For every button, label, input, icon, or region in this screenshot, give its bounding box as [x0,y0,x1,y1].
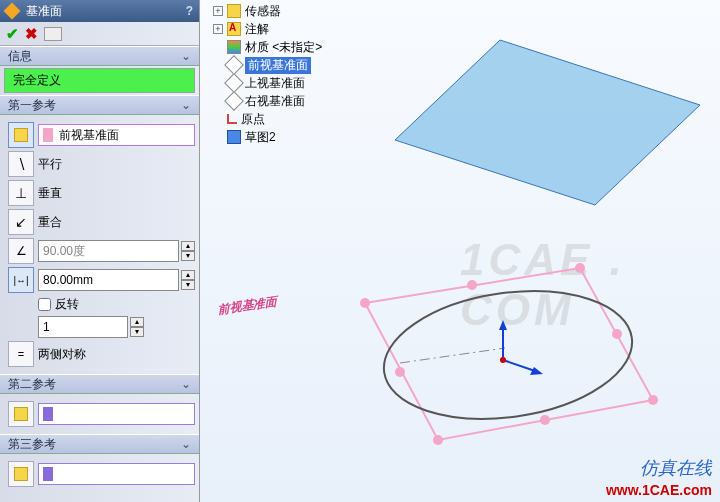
tree-item-sensors[interactable]: +传感器 [205,2,385,20]
ref3-selection-icon[interactable] [8,461,34,487]
parallel-button[interactable]: ∖ [8,151,34,177]
midplane-button[interactable]: = [8,341,34,367]
count-spinner[interactable]: ▴▾ [130,317,144,337]
ref2-selection-field[interactable] [38,403,195,425]
both-sides-label: 两侧对称 [38,346,86,363]
angle-button[interactable]: ∠ [8,238,34,264]
plane-label-text: 前视基准面 [217,294,278,316]
svg-point-3 [612,329,622,339]
plane-icon [224,55,244,75]
selection-icon[interactable] [8,122,34,148]
ref1-selection-field[interactable]: 前视基准面 [38,124,195,146]
ref2-selection-icon[interactable] [8,401,34,427]
sketch-icon [227,130,241,144]
site-url: www.1CAE.com [606,482,712,498]
status-text: 完全定义 [4,68,195,93]
branding-text: 仿真在线 [640,456,712,480]
tree-item-sketch2[interactable]: 草图2 [205,128,385,146]
property-panel: 基准面 ? ✔ ✖ 信息⌄ 完全定义 第一参考⌄ 前视基准面 ∖平行 ⊥垂直 ↙… [0,0,200,502]
ref3-selection-field[interactable] [38,463,195,485]
angle-input: 90.00度 [38,240,179,262]
reverse-checkbox[interactable] [38,298,51,311]
reverse-label: 反转 [55,296,79,313]
svg-point-5 [540,415,550,425]
section-ref3-header[interactable]: 第三参考⌄ [0,434,199,454]
svg-marker-11 [530,367,543,375]
distance-button[interactable]: |↔| [8,267,34,293]
feature-icon [4,3,21,20]
section-info-header[interactable]: 信息⌄ [0,46,199,66]
plane-icon [224,73,244,93]
svg-point-6 [433,435,443,445]
chevron-icon: ⌄ [181,49,191,63]
svg-point-1 [467,280,477,290]
cancel-button[interactable]: ✖ [25,25,38,43]
help-button[interactable]: ? [186,4,193,18]
svg-point-0 [360,298,370,308]
chevron-icon: ⌄ [181,437,191,451]
svg-point-2 [575,263,585,273]
tree-item-front-plane[interactable]: 前视基准面 [205,56,385,74]
feature-tree[interactable]: +传感器 +A注解 材质 <未指定> 前视基准面 上视基准面 右视基准面 原点 … [205,0,385,148]
tree-item-top-plane[interactable]: 上视基准面 [205,74,385,92]
origin-icon [227,114,237,124]
tree-item-material[interactable]: 材质 <未指定> [205,38,385,56]
distance-input[interactable]: 80.00mm [38,269,179,291]
perpendicular-button[interactable]: ⊥ [8,180,34,206]
tree-item-annotations[interactable]: +A注解 [205,20,385,38]
perpendicular-label: 垂直 [38,185,62,202]
svg-point-12 [500,357,506,363]
chevron-icon: ⌄ [181,377,191,391]
plane-icon [224,91,244,111]
chevron-icon: ⌄ [181,98,191,112]
upper-plane [395,40,700,205]
coincident-button[interactable]: ↙ [8,209,34,235]
ok-button[interactable]: ✔ [6,25,19,43]
panel-title-bar: 基准面 ? [0,0,199,22]
selected-plane-outline[interactable] [365,268,653,440]
distance-spinner[interactable]: ▴▾ [181,270,195,290]
parallel-label: 平行 [38,156,62,173]
tree-item-origin[interactable]: 原点 [205,110,385,128]
svg-point-7 [395,367,405,377]
svg-point-4 [648,395,658,405]
section-ref1-header[interactable]: 第一参考⌄ [0,95,199,115]
pushpin-button[interactable] [44,27,62,41]
tree-item-right-plane[interactable]: 右视基准面 [205,92,385,110]
confirm-bar: ✔ ✖ [0,22,199,46]
count-input[interactable]: 1 [38,316,128,338]
coincident-label: 重合 [38,214,62,231]
centerline [400,348,505,363]
angle-spinner: ▴▾ [181,241,195,261]
svg-marker-9 [499,320,507,330]
section-ref2-header[interactable]: 第二参考⌄ [0,374,199,394]
panel-title-text: 基准面 [26,3,62,20]
